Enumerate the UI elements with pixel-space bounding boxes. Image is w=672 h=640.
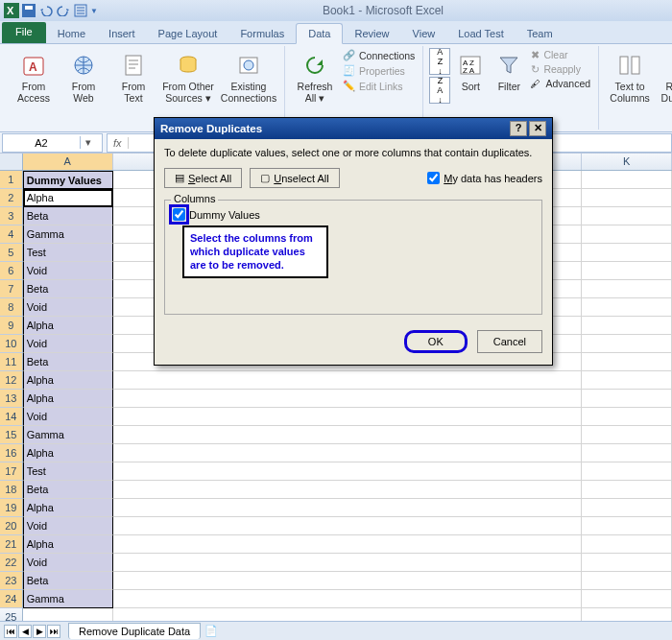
cell[interactable] (492, 499, 582, 517)
cell[interactable]: Beta (23, 572, 113, 590)
cell[interactable]: Alpha (23, 535, 113, 554)
tab-review[interactable]: Review (343, 24, 400, 43)
undo-icon[interactable] (38, 3, 54, 18)
row-header[interactable]: 15 (0, 426, 23, 444)
row-header[interactable]: 1 (0, 171, 23, 189)
filter-button[interactable]: Filter (491, 48, 527, 96)
cell[interactable]: Void (23, 335, 113, 353)
select-all-corner[interactable] (0, 154, 23, 170)
cell[interactable]: Alpha (23, 317, 113, 335)
cell[interactable] (113, 390, 492, 408)
cell[interactable] (492, 462, 582, 481)
cell[interactable]: Gamma (23, 590, 113, 608)
cell[interactable] (582, 225, 672, 244)
cell[interactable] (113, 371, 492, 390)
dialog-help-button[interactable]: ? (510, 121, 527, 136)
sheet-nav-next-icon[interactable]: ▶ (33, 625, 46, 638)
cell[interactable]: Alpha (23, 390, 113, 408)
reapply-button[interactable]: ↻Reapply (529, 62, 592, 76)
cell[interactable] (582, 590, 672, 608)
remove-duplicates-button[interactable]: Remove Duplicates (657, 48, 672, 107)
sort-za-button[interactable]: ZA↓ (429, 77, 450, 104)
cell[interactable] (492, 408, 582, 426)
cell[interactable] (23, 608, 113, 621)
cell[interactable] (113, 535, 492, 554)
cell[interactable]: Beta (23, 207, 113, 225)
row-header[interactable]: 8 (0, 298, 23, 317)
sheet-tab[interactable]: Remove Duplicate Data (68, 623, 201, 639)
name-box-dropdown-icon[interactable]: ▾ (80, 136, 95, 149)
cell[interactable] (113, 426, 492, 444)
cell[interactable] (582, 608, 672, 621)
cell[interactable] (582, 426, 672, 444)
existing-connections-button[interactable]: Existing Connections (219, 48, 278, 107)
cell[interactable] (582, 517, 672, 535)
row-header[interactable]: 20 (0, 517, 23, 535)
cell[interactable]: Test (23, 462, 113, 481)
cell[interactable] (113, 462, 492, 481)
cell[interactable] (492, 371, 582, 390)
row-header[interactable]: 12 (0, 371, 23, 390)
cell[interactable] (113, 481, 492, 499)
cell[interactable] (492, 572, 582, 590)
row-header[interactable]: 14 (0, 408, 23, 426)
cell[interactable]: Void (23, 262, 113, 280)
my-data-has-headers[interactable]: My data has headers (427, 172, 542, 184)
tab-formulas[interactable]: Formulas (228, 24, 296, 43)
row-header[interactable]: 11 (0, 353, 23, 371)
cell[interactable] (492, 608, 582, 621)
tab-data[interactable]: Data (296, 23, 343, 44)
from-access-button[interactable]: A From Access (10, 48, 58, 107)
cell[interactable]: Void (23, 298, 113, 317)
cell[interactable] (582, 481, 672, 499)
cell[interactable] (582, 298, 672, 317)
name-box[interactable]: ▾ (2, 133, 103, 153)
row-header[interactable]: 3 (0, 207, 23, 225)
col-header-K[interactable]: K (582, 154, 672, 170)
cell[interactable]: Beta (23, 481, 113, 499)
cell[interactable] (113, 517, 492, 535)
from-web-button[interactable]: From Web (60, 48, 108, 107)
new-sheet-icon[interactable]: 📄 (204, 625, 218, 637)
cell[interactable] (492, 481, 582, 499)
cell[interactable] (492, 554, 582, 572)
cell[interactable] (492, 590, 582, 608)
cell[interactable]: Alpha (23, 371, 113, 390)
tab-load-test[interactable]: Load Test (446, 24, 516, 43)
cell[interactable]: Gamma (23, 225, 113, 244)
sort-az-button[interactable]: AZ↓ (429, 48, 450, 75)
row-header[interactable]: 6 (0, 262, 23, 280)
cell[interactable] (582, 390, 672, 408)
cell[interactable]: Void (23, 517, 113, 535)
tab-file[interactable]: File (2, 22, 46, 43)
row-header[interactable]: 22 (0, 554, 23, 572)
row-header[interactable]: 25 (0, 608, 23, 621)
cell[interactable] (113, 499, 492, 517)
cell[interactable] (582, 499, 672, 517)
properties-button[interactable]: 🧾Properties (341, 63, 417, 78)
row-header[interactable]: 23 (0, 572, 23, 590)
cell[interactable] (582, 244, 672, 262)
cell[interactable] (582, 335, 672, 353)
cell[interactable] (582, 554, 672, 572)
row-header[interactable]: 24 (0, 590, 23, 608)
sheet-nav-last-icon[interactable]: ⏭ (47, 625, 60, 638)
row-header[interactable]: 4 (0, 225, 23, 244)
cell[interactable]: Beta (23, 280, 113, 298)
row-header[interactable]: 18 (0, 481, 23, 499)
cell[interactable]: Alpha (23, 189, 113, 207)
row-header[interactable]: 21 (0, 535, 23, 554)
clear-button[interactable]: ✖Clear (529, 48, 592, 61)
sheet-nav-first-icon[interactable]: ⏮ (4, 625, 17, 638)
connections-button[interactable]: 🔗Connections (341, 48, 417, 62)
cell[interactable] (582, 262, 672, 280)
cell[interactable] (113, 608, 492, 621)
edit-links-button[interactable]: ✏️Edit Links (341, 79, 417, 93)
cell[interactable] (582, 171, 672, 189)
cell[interactable] (492, 444, 582, 462)
row-header[interactable]: 16 (0, 444, 23, 462)
save-icon[interactable] (21, 3, 36, 18)
dialog-titlebar[interactable]: Remove Duplicates ? ✕ (155, 118, 552, 139)
row-header[interactable]: 9 (0, 317, 23, 335)
cell[interactable] (582, 408, 672, 426)
